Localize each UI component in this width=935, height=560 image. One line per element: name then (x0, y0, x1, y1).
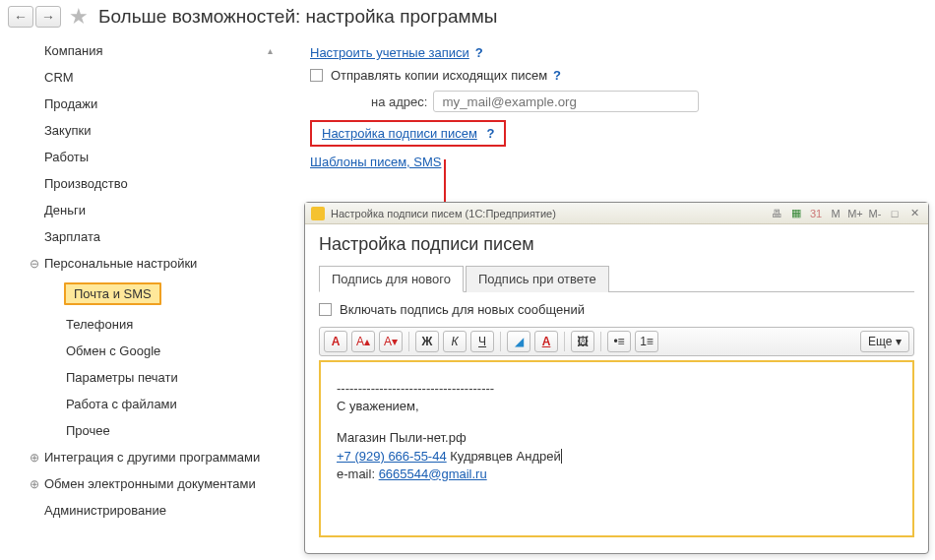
star-icon[interactable]: ★ (69, 4, 89, 30)
sidebar-item-production[interactable]: Производство (25, 170, 290, 197)
dialog-window-title: Настройка подписи писем (1С:Предприятие) (331, 208, 556, 219)
signature-settings-link[interactable]: Настройка подписи писем (322, 126, 477, 141)
italic-button[interactable]: К (443, 331, 467, 352)
sidebar-item-google[interactable]: Обмен с Google (25, 338, 290, 364)
more-button[interactable]: Еще ▾ (860, 331, 909, 352)
sidebar-item-purchases[interactable]: Закупки (25, 117, 290, 144)
sidebar-item-telephony[interactable]: Телефония (25, 311, 290, 338)
sidebar-item-integration[interactable]: ⊕Интеграция с другими программами (25, 444, 290, 470)
font-color-button[interactable]: A (534, 331, 558, 352)
font-button[interactable]: A (324, 331, 347, 352)
send-copies-checkbox[interactable] (310, 69, 323, 82)
print-icon[interactable]: 🖶 (769, 206, 784, 221)
close-icon[interactable]: ✕ (906, 206, 922, 221)
include-signature-label: Включать подпись для новых сообщений (340, 302, 585, 317)
font-decrease-button[interactable]: A▾ (379, 331, 403, 352)
sidebar-item-works[interactable]: Работы (25, 144, 290, 170)
sidebar-item-admin[interactable]: Администрирование (25, 497, 290, 524)
help-icon[interactable]: ? (475, 45, 483, 60)
nav-forward-button[interactable]: → (35, 6, 61, 28)
signature-name: Кудрявцев Андрей (450, 449, 561, 464)
maximize-icon[interactable]: □ (887, 206, 903, 221)
sidebar-item-sales[interactable]: Продажи (25, 91, 290, 117)
sidebar-item-company[interactable]: Компания▴ (25, 37, 290, 64)
m-minus-button[interactable]: M- (867, 206, 883, 221)
address-label: на адрес: (371, 94, 427, 109)
templates-link[interactable]: Шаблоны писем, SMS (310, 155, 441, 169)
signature-editor[interactable]: ------------------------------------- С … (319, 360, 914, 537)
page-title: Больше возможностей: настройка программы (98, 6, 497, 28)
sidebar-item-money[interactable]: Деньги (25, 197, 290, 223)
underline-button[interactable]: Ч (470, 331, 494, 352)
bold-button[interactable]: Ж (415, 331, 439, 352)
include-signature-checkbox[interactable] (319, 303, 332, 316)
signature-email-label: e-mail: (337, 467, 375, 481)
font-increase-button[interactable]: A▴ (351, 331, 375, 352)
sidebar-item-files[interactable]: Работа с файлами (25, 391, 290, 417)
nav-back-button[interactable]: ← (8, 6, 33, 28)
sidebar-item-edoc[interactable]: ⊕Обмен электронными документами (25, 470, 290, 497)
signature-greeting: С уважением, (337, 398, 897, 415)
tab-reply-signature[interactable]: Подпись при ответе (466, 266, 609, 292)
sidebar: Компания▴ CRM Продажи Закупки Работы Про… (0, 37, 290, 524)
configure-accounts-link[interactable]: Настроить учетные записи (310, 45, 469, 60)
sidebar-item-other[interactable]: Прочее (25, 417, 290, 444)
signature-email-link[interactable]: 6665544@gmail.ru (379, 467, 487, 481)
signature-phone-link[interactable]: +7 (929) 666-55-44 (337, 449, 447, 464)
highlight-button[interactable]: ◢ (507, 331, 530, 352)
expand-plus-icon[interactable]: ⊕ (27, 477, 42, 491)
calendar-green-icon[interactable]: ▦ (788, 206, 804, 221)
collapse-icon[interactable]: ▴ (268, 45, 273, 56)
m-button[interactable]: M (828, 206, 843, 221)
editor-toolbar: A A▴ A▾ Ж К Ч ◢ A 🖼 •≡ 1≡ Еще ▾ (319, 327, 914, 356)
signature-divider: ------------------------------------- (337, 380, 897, 398)
help-icon[interactable]: ? (553, 68, 561, 83)
number-list-button[interactable]: 1≡ (635, 331, 658, 352)
signature-dialog: Настройка подписи писем (1С:Предприятие)… (304, 202, 929, 554)
tab-new-signature[interactable]: Подпись для нового (319, 266, 464, 292)
calendar-icon[interactable]: 31 (808, 206, 824, 221)
expand-plus-icon[interactable]: ⊕ (27, 451, 42, 465)
sidebar-item-mail-sms[interactable]: Почта и SMS (25, 277, 290, 311)
sidebar-item-print[interactable]: Параметры печати (25, 364, 290, 391)
signature-company: Магазин Пыли-нет.рф (337, 429, 897, 447)
send-copies-label: Отправлять копии исходящих писем (331, 68, 547, 83)
bullet-list-button[interactable]: •≡ (607, 331, 631, 352)
collapse-minus-icon[interactable]: ⊖ (27, 257, 42, 271)
sidebar-item-salary[interactable]: Зарплата (25, 223, 290, 250)
m-plus-button[interactable]: M+ (847, 206, 863, 221)
dialog-heading: Настройка подписи писем (319, 234, 914, 255)
app-1c-icon (311, 207, 325, 220)
address-input[interactable] (433, 91, 699, 112)
sidebar-item-crm[interactable]: CRM (25, 64, 290, 91)
sidebar-item-personal[interactable]: ⊖Персональные настройки (25, 250, 290, 277)
insert-image-button[interactable]: 🖼 (571, 331, 594, 352)
help-icon[interactable]: ? (486, 126, 494, 141)
dialog-titlebar[interactable]: Настройка подписи писем (1С:Предприятие)… (305, 203, 928, 224)
